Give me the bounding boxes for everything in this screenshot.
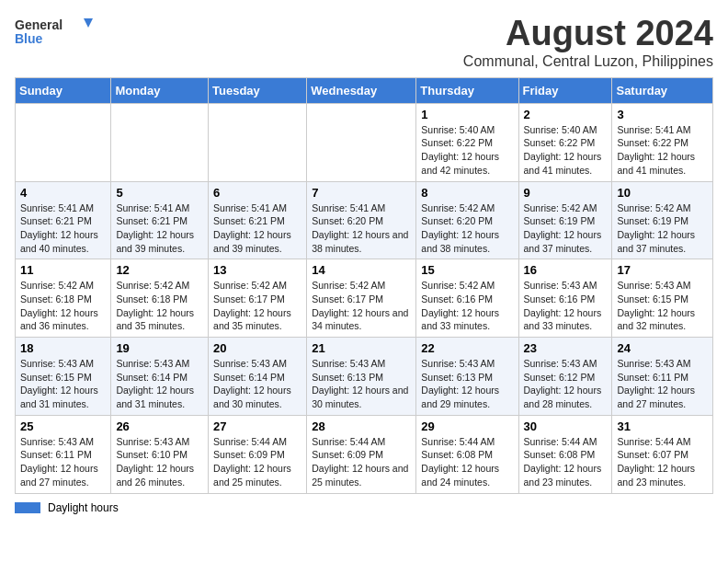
calendar-cell: 31Sunrise: 5:44 AM Sunset: 6:07 PM Dayli… <box>612 415 713 493</box>
day-number: 31 <box>617 419 708 433</box>
day-number: 25 <box>20 419 106 433</box>
calendar-cell: 2Sunrise: 5:40 AM Sunset: 6:22 PM Daylig… <box>518 103 612 181</box>
day-number: 18 <box>20 341 106 355</box>
calendar-cell: 15Sunrise: 5:42 AM Sunset: 6:16 PM Dayli… <box>416 259 518 338</box>
day-number: 21 <box>312 341 411 355</box>
day-info: Sunrise: 5:41 AM Sunset: 6:21 PM Dayligh… <box>20 201 106 256</box>
calendar-table: SundayMondayTuesdayWednesdayThursdayFrid… <box>15 77 713 494</box>
day-info: Sunrise: 5:42 AM Sunset: 6:18 PM Dayligh… <box>116 279 203 333</box>
day-number: 26 <box>116 419 203 433</box>
day-number: 4 <box>20 186 106 200</box>
legend: Daylight hours <box>15 501 713 514</box>
day-info: Sunrise: 5:44 AM Sunset: 6:09 PM Dayligh… <box>312 435 411 489</box>
calendar-cell: 21Sunrise: 5:43 AM Sunset: 6:13 PM Dayli… <box>307 338 416 416</box>
calendar-cell: 4Sunrise: 5:41 AM Sunset: 6:21 PM Daylig… <box>16 181 111 259</box>
day-info: Sunrise: 5:42 AM Sunset: 6:16 PM Dayligh… <box>421 279 513 333</box>
day-number: 17 <box>617 263 708 277</box>
calendar-week-row: 11Sunrise: 5:42 AM Sunset: 6:18 PM Dayli… <box>16 259 713 338</box>
calendar-cell: 8Sunrise: 5:42 AM Sunset: 6:20 PM Daylig… <box>416 181 518 259</box>
day-number: 12 <box>116 263 203 277</box>
calendar-cell: 23Sunrise: 5:43 AM Sunset: 6:12 PM Dayli… <box>518 338 612 416</box>
day-number: 13 <box>213 263 301 277</box>
day-info: Sunrise: 5:43 AM Sunset: 6:13 PM Dayligh… <box>312 357 411 411</box>
calendar-week-row: 18Sunrise: 5:43 AM Sunset: 6:15 PM Dayli… <box>16 338 713 416</box>
day-number: 9 <box>524 186 608 200</box>
col-header-wednesday: Wednesday <box>307 77 416 103</box>
day-number: 27 <box>213 419 301 433</box>
day-info: Sunrise: 5:40 AM Sunset: 6:22 PM Dayligh… <box>421 123 513 178</box>
calendar-cell: 14Sunrise: 5:42 AM Sunset: 6:17 PM Dayli… <box>307 259 416 338</box>
calendar-cell: 5Sunrise: 5:41 AM Sunset: 6:21 PM Daylig… <box>111 181 209 259</box>
day-info: Sunrise: 5:43 AM Sunset: 6:10 PM Dayligh… <box>116 435 203 489</box>
day-info: Sunrise: 5:41 AM Sunset: 6:21 PM Dayligh… <box>213 201 301 256</box>
calendar-cell: 13Sunrise: 5:42 AM Sunset: 6:17 PM Dayli… <box>209 259 307 338</box>
col-header-monday: Monday <box>111 77 209 103</box>
calendar-header-row: SundayMondayTuesdayWednesdayThursdayFrid… <box>16 77 713 103</box>
day-info: Sunrise: 5:41 AM Sunset: 6:22 PM Dayligh… <box>617 123 708 178</box>
calendar-week-row: 4Sunrise: 5:41 AM Sunset: 6:21 PM Daylig… <box>16 181 713 259</box>
day-info: Sunrise: 5:42 AM Sunset: 6:18 PM Dayligh… <box>20 279 106 333</box>
day-info: Sunrise: 5:44 AM Sunset: 6:09 PM Dayligh… <box>213 435 301 489</box>
logo-svg: General Blue <box>15 15 97 48</box>
calendar-cell: 30Sunrise: 5:44 AM Sunset: 6:08 PM Dayli… <box>518 415 612 493</box>
col-header-friday: Friday <box>518 77 612 103</box>
day-info: Sunrise: 5:43 AM Sunset: 6:15 PM Dayligh… <box>617 279 708 333</box>
day-info: Sunrise: 5:44 AM Sunset: 6:08 PM Dayligh… <box>421 435 513 489</box>
day-info: Sunrise: 5:44 AM Sunset: 6:07 PM Dayligh… <box>617 435 708 489</box>
day-number: 15 <box>421 263 513 277</box>
day-number: 16 <box>524 263 608 277</box>
calendar-cell: 22Sunrise: 5:43 AM Sunset: 6:13 PM Dayli… <box>416 338 518 416</box>
col-header-tuesday: Tuesday <box>209 77 307 103</box>
col-header-sunday: Sunday <box>16 77 111 103</box>
legend-label: Daylight hours <box>48 501 119 514</box>
day-number: 24 <box>617 341 708 355</box>
calendar-cell: 24Sunrise: 5:43 AM Sunset: 6:11 PM Dayli… <box>612 338 713 416</box>
day-info: Sunrise: 5:43 AM Sunset: 6:13 PM Dayligh… <box>421 357 513 411</box>
calendar-cell: 16Sunrise: 5:43 AM Sunset: 6:16 PM Dayli… <box>518 259 612 338</box>
day-number: 19 <box>116 341 203 355</box>
day-info: Sunrise: 5:42 AM Sunset: 6:20 PM Dayligh… <box>421 201 513 256</box>
day-info: Sunrise: 5:43 AM Sunset: 6:15 PM Dayligh… <box>20 357 106 411</box>
day-info: Sunrise: 5:43 AM Sunset: 6:14 PM Dayligh… <box>213 357 301 411</box>
day-number: 20 <box>213 341 301 355</box>
calendar-cell: 19Sunrise: 5:43 AM Sunset: 6:14 PM Dayli… <box>111 338 209 416</box>
day-number: 22 <box>421 341 513 355</box>
day-number: 14 <box>312 263 411 277</box>
svg-marker-2 <box>84 18 93 28</box>
calendar-cell <box>307 103 416 181</box>
day-info: Sunrise: 5:43 AM Sunset: 6:12 PM Dayligh… <box>524 357 608 411</box>
calendar-cell: 6Sunrise: 5:41 AM Sunset: 6:21 PM Daylig… <box>209 181 307 259</box>
day-number: 3 <box>617 108 708 121</box>
day-number: 28 <box>312 419 411 433</box>
day-info: Sunrise: 5:44 AM Sunset: 6:08 PM Dayligh… <box>524 435 608 489</box>
calendar-week-row: 25Sunrise: 5:43 AM Sunset: 6:11 PM Dayli… <box>16 415 713 493</box>
day-info: Sunrise: 5:41 AM Sunset: 6:21 PM Dayligh… <box>116 201 203 256</box>
day-number: 7 <box>312 186 411 200</box>
title-area: August 2024 Communal, Central Luzon, Phi… <box>463 15 713 70</box>
day-info: Sunrise: 5:42 AM Sunset: 6:17 PM Dayligh… <box>312 279 411 333</box>
day-number: 23 <box>524 341 608 355</box>
calendar-week-row: 1Sunrise: 5:40 AM Sunset: 6:22 PM Daylig… <box>16 103 713 181</box>
day-number: 10 <box>617 186 708 200</box>
day-number: 2 <box>524 108 608 121</box>
svg-text:Blue: Blue <box>15 31 43 46</box>
day-number: 6 <box>213 186 301 200</box>
calendar-cell: 25Sunrise: 5:43 AM Sunset: 6:11 PM Dayli… <box>16 415 111 493</box>
calendar-cell: 1Sunrise: 5:40 AM Sunset: 6:22 PM Daylig… <box>416 103 518 181</box>
day-info: Sunrise: 5:41 AM Sunset: 6:20 PM Dayligh… <box>312 201 411 256</box>
page-subtitle: Communal, Central Luzon, Philippines <box>463 53 713 70</box>
day-number: 29 <box>421 419 513 433</box>
day-info: Sunrise: 5:43 AM Sunset: 6:14 PM Dayligh… <box>116 357 203 411</box>
day-info: Sunrise: 5:43 AM Sunset: 6:16 PM Dayligh… <box>524 279 608 333</box>
calendar-cell: 11Sunrise: 5:42 AM Sunset: 6:18 PM Dayli… <box>16 259 111 338</box>
calendar-cell: 29Sunrise: 5:44 AM Sunset: 6:08 PM Dayli… <box>416 415 518 493</box>
calendar-cell <box>111 103 209 181</box>
day-info: Sunrise: 5:43 AM Sunset: 6:11 PM Dayligh… <box>617 357 708 411</box>
logo: General Blue <box>15 15 97 48</box>
col-header-thursday: Thursday <box>416 77 518 103</box>
calendar-cell: 9Sunrise: 5:42 AM Sunset: 6:19 PM Daylig… <box>518 181 612 259</box>
calendar-cell: 27Sunrise: 5:44 AM Sunset: 6:09 PM Dayli… <box>209 415 307 493</box>
calendar-cell: 10Sunrise: 5:42 AM Sunset: 6:19 PM Dayli… <box>612 181 713 259</box>
page-title: August 2024 <box>463 15 713 53</box>
day-number: 30 <box>524 419 608 433</box>
